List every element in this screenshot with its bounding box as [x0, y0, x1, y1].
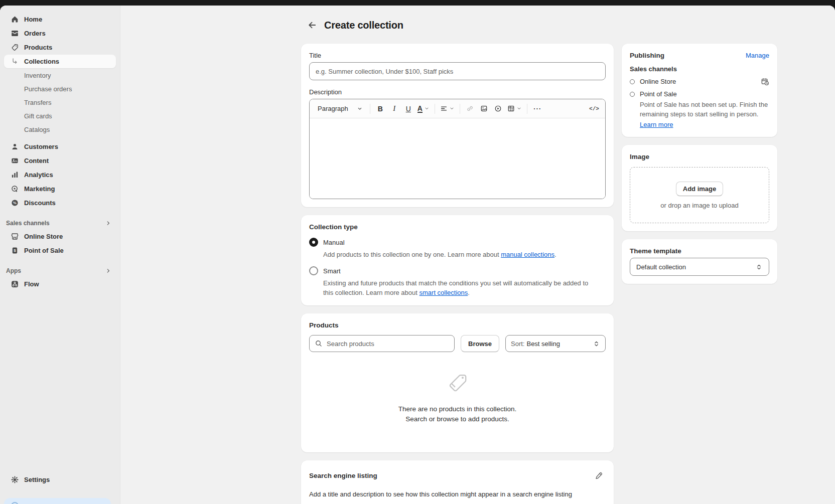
insert-image-button[interactable]	[477, 102, 491, 116]
search-products-input[interactable]	[327, 340, 449, 348]
sidebar-item-orders[interactable]: Orders	[4, 27, 116, 40]
sidebar-section-sales-channels[interactable]: Sales channels	[4, 217, 116, 230]
search-icon	[315, 340, 323, 348]
sort-select[interactable]: Sort:Best selling	[505, 335, 606, 352]
learn-more-link[interactable]: Learn more	[640, 121, 673, 128]
sidebar-item-label: Settings	[24, 476, 50, 483]
svg-text:%: %	[13, 201, 17, 205]
edit-seo-button[interactable]	[592, 468, 606, 482]
sidebar-item-discounts[interactable]: % Discounts	[4, 196, 116, 210]
manage-link[interactable]: Manage	[746, 52, 769, 59]
sidebar-section-apps[interactable]: Apps	[4, 264, 116, 277]
seo-card: Search engine listing Add a title and de…	[301, 460, 614, 504]
pos-setup-note: Point of Sale has not been set up. Finis…	[640, 100, 769, 119]
radio-smart[interactable]	[309, 266, 318, 275]
customers-icon	[10, 142, 19, 151]
sort-prefix: Sort:	[511, 340, 524, 348]
sidebar-item-label: Inventory	[24, 72, 51, 79]
manual-option-row[interactable]: Manual	[309, 238, 606, 247]
sidebar-item-catalogs[interactable]: Catalogs	[4, 123, 116, 136]
underline-icon: U	[406, 105, 411, 113]
storefront-icon	[10, 232, 19, 241]
sidebar-item-label: Catalogs	[24, 126, 50, 133]
sort-value: Best selling	[526, 340, 560, 348]
sidebar-item-marketing[interactable]: Marketing	[4, 182, 116, 196]
link-icon	[466, 105, 474, 112]
theme-template-select[interactable]: Default collection	[630, 258, 769, 276]
more-formatting-button[interactable]: ⋯	[530, 102, 544, 116]
theme-template-card: Theme template Default collection	[622, 239, 777, 284]
bold-icon: B	[378, 105, 383, 113]
insert-table-button[interactable]	[505, 102, 524, 116]
arrow-left-icon	[307, 20, 317, 30]
add-image-button[interactable]: Add image	[676, 182, 723, 196]
smart-option-row[interactable]: Smart	[309, 266, 606, 275]
content-icon	[10, 156, 19, 165]
main-content: Create collection Title Description Para…	[120, 6, 835, 504]
products-icon	[10, 43, 19, 52]
paragraph-style-dropdown[interactable]: Paragraph	[314, 102, 367, 116]
smart-collections-link[interactable]: smart collections	[420, 289, 468, 296]
insert-video-button[interactable]	[491, 102, 505, 116]
sidebar-bottom-banner[interactable]	[4, 498, 111, 504]
sidebar-item-inventory[interactable]: Inventory	[4, 69, 116, 82]
sidebar-item-purchase-orders[interactable]: Purchase orders	[4, 82, 116, 95]
sidebar-item-customers[interactable]: Customers	[4, 140, 116, 153]
sidebar-item-home[interactable]: Home	[4, 13, 116, 26]
manual-description: Add products to this collection one by o…	[323, 250, 597, 259]
alignment-button[interactable]	[438, 102, 457, 116]
underline-button[interactable]: U	[401, 102, 415, 116]
home-icon	[10, 15, 19, 24]
sidebar-item-label: Orders	[24, 30, 46, 37]
table-icon	[507, 105, 515, 112]
code-view-button[interactable]: </>	[587, 102, 601, 116]
updown-chevrons-icon	[593, 340, 600, 348]
text-color-button[interactable]: A	[415, 102, 432, 116]
align-icon	[440, 105, 448, 112]
description-editor-area[interactable]	[310, 118, 605, 199]
sidebar-item-label: Online Store	[24, 233, 63, 240]
sidebar-item-transfers[interactable]: Transfers	[4, 96, 116, 109]
italic-button[interactable]: I	[387, 102, 401, 116]
products-empty-state: There are no products in this collection…	[309, 352, 606, 444]
channel-label: Point of Sale	[640, 90, 677, 98]
sidebar-item-gift-cards[interactable]: Gift cards	[4, 109, 116, 122]
sort-text: Sort:Best selling	[511, 340, 560, 348]
sidebar-item-settings[interactable]: Settings	[4, 473, 116, 486]
products-heading: Products	[309, 321, 606, 329]
description-editor: Paragraph B I U A	[309, 99, 606, 199]
empty-state-line1: There are no products in this collection…	[309, 404, 606, 414]
sidebar-item-point-of-sale[interactable]: $ Point of Sale	[4, 244, 116, 257]
radio-manual[interactable]	[309, 238, 318, 247]
link-button[interactable]	[463, 102, 477, 116]
channel-row-point-of-sale: Point of Sale	[630, 90, 769, 98]
sidebar-item-label: Analytics	[24, 171, 53, 179]
sidebar-item-collections[interactable]: Collections	[4, 55, 116, 68]
sidebar-item-content[interactable]: Content	[4, 154, 116, 167]
description-text: .	[554, 251, 556, 258]
drop-hint-text: or drop an image to upload	[660, 202, 738, 209]
schedule-calendar-icon[interactable]	[761, 77, 769, 86]
browse-button[interactable]: Browse	[461, 335, 499, 352]
sidebar-item-products[interactable]: Products	[4, 41, 116, 54]
collection-type-heading: Collection type	[309, 223, 606, 231]
sidebar-item-flow[interactable]: Flow	[4, 277, 116, 291]
sidebar-item-online-store[interactable]: Online Store	[4, 230, 116, 243]
chevron-down-icon	[516, 106, 522, 111]
image-heading: Image	[630, 153, 769, 160]
seo-heading: Search engine listing	[309, 472, 377, 479]
channel-bullet-icon	[630, 92, 635, 97]
channel-label: Online Store	[640, 78, 676, 85]
sidebar-item-label: Purchase orders	[24, 85, 72, 93]
publishing-card: Publishing Manage Sales channels Online …	[622, 44, 777, 137]
title-input[interactable]	[309, 62, 606, 80]
sidebar-item-label: Gift cards	[24, 112, 52, 120]
sales-channels-subheading: Sales channels	[630, 65, 769, 73]
manual-collections-link[interactable]: manual collections	[501, 251, 554, 258]
image-dropzone[interactable]: Add image or drop an image to upload	[630, 167, 769, 223]
pos-icon: $	[10, 246, 19, 255]
back-button[interactable]	[305, 18, 319, 32]
sidebar-item-analytics[interactable]: Analytics	[4, 168, 116, 182]
bold-button[interactable]: B	[373, 102, 387, 116]
editor-toolbar: Paragraph B I U A	[310, 99, 605, 118]
